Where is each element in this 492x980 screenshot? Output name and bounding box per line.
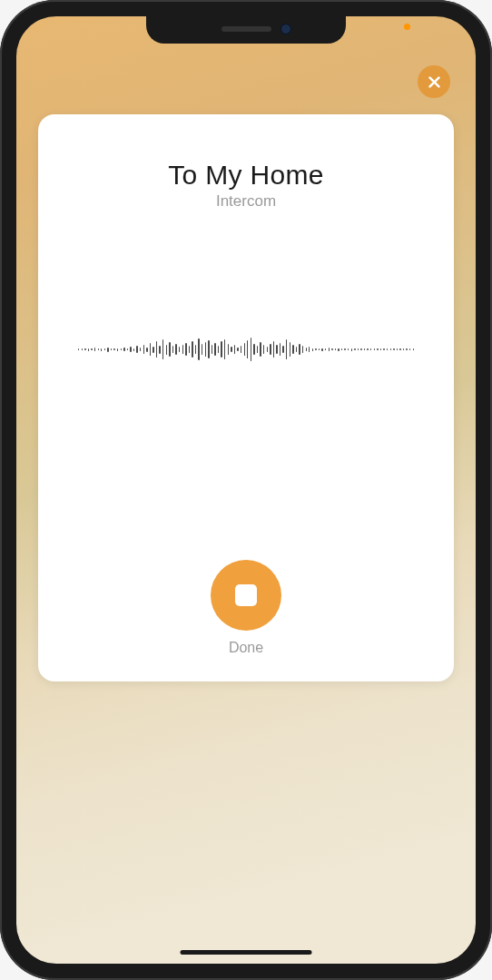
waveform-bar [237, 348, 238, 351]
card-subtitle: Intercom [216, 192, 276, 211]
waveform-bar [82, 348, 83, 350]
waveform-bar [228, 344, 229, 355]
waveform-bar [241, 346, 241, 353]
waveform-bar [88, 348, 89, 351]
waveform-bar [107, 348, 108, 352]
waveform-bar [351, 348, 352, 351]
screen: To My Home Intercom Done [16, 16, 476, 964]
waveform-bar [267, 347, 268, 352]
waveform-bar [127, 348, 128, 350]
waveform-bar [276, 345, 277, 354]
close-button[interactable] [418, 65, 450, 98]
waveform-bar [146, 348, 147, 352]
waveform-bar [251, 338, 251, 361]
waveform-bar [387, 348, 388, 350]
waveform-bar [315, 348, 316, 350]
waveform-bar [280, 343, 280, 356]
waveform-bar [348, 348, 349, 350]
waveform-bar [309, 347, 310, 352]
waveform-bar [179, 347, 180, 352]
waveform-bar [130, 347, 131, 352]
waveform-bar [380, 348, 381, 350]
notch [146, 16, 346, 44]
waveform-bar [111, 348, 112, 350]
waveform-bar [403, 348, 404, 350]
waveform-bar [205, 342, 206, 357]
waveform-bar [182, 345, 183, 354]
waveform-bar [101, 348, 102, 351]
waveform-bar [273, 341, 274, 358]
phone-frame: To My Home Intercom Done [0, 0, 492, 980]
waveform-bar [299, 344, 300, 355]
waveform-bar [270, 344, 271, 355]
waveform-bar [140, 348, 141, 351]
waveform-bar [78, 348, 79, 350]
waveform-bar [123, 348, 124, 351]
waveform-bar [360, 348, 361, 350]
waveform-bar [397, 348, 398, 350]
waveform-bar [212, 345, 212, 354]
waveform-bar [91, 348, 92, 350]
intercom-card: To My Home Intercom Done [38, 114, 454, 681]
waveform-bar [159, 346, 160, 354]
waveform-bar [175, 344, 176, 355]
waveform-bar [393, 348, 394, 350]
waveform-bar [282, 346, 283, 353]
waveform-bar [150, 343, 151, 356]
close-icon [427, 74, 442, 90]
waveform-bar [136, 346, 137, 353]
waveform-bar [290, 342, 290, 357]
waveform-bar [406, 348, 407, 350]
waveform-bar [344, 348, 345, 350]
waveform-bar [172, 346, 173, 353]
home-indicator[interactable] [181, 950, 312, 955]
waveform-bar [113, 348, 114, 350]
waveform-bar [325, 348, 326, 350]
waveform-bar [162, 339, 163, 359]
microphone-indicator-dot [404, 24, 410, 30]
waveform-bar [377, 348, 378, 350]
waveform-bar [189, 346, 190, 353]
waveform-bar [302, 346, 303, 353]
waveform-bar [169, 342, 170, 357]
waveform-bar [133, 348, 134, 351]
waveform-bar [244, 343, 245, 356]
waveform-bar [335, 348, 336, 350]
waveform-bar [374, 348, 375, 350]
waveform-bar [263, 345, 264, 354]
audio-waveform [56, 318, 436, 381]
waveform-bar [338, 348, 339, 351]
waveform-bar [409, 348, 410, 350]
stop-icon [235, 584, 257, 606]
card-title: To My Home [168, 160, 323, 191]
waveform-bar [399, 348, 400, 350]
speaker-grille [221, 26, 271, 32]
waveform-bar [312, 348, 313, 351]
waveform-bar [370, 348, 371, 350]
waveform-bar [185, 343, 186, 356]
waveform-bar [98, 348, 99, 350]
waveform-bar [156, 341, 157, 358]
stop-record-button[interactable] [211, 560, 281, 631]
waveform-bar [231, 347, 231, 352]
done-label: Done [229, 640, 263, 656]
waveform-bar [208, 340, 209, 358]
waveform-bar [166, 345, 167, 355]
waveform-bar [367, 348, 368, 350]
waveform-bar [292, 345, 293, 354]
waveform-bar [390, 348, 391, 350]
waveform-bar [364, 348, 365, 350]
waveform-bar [354, 348, 355, 350]
waveform-bar [286, 339, 287, 359]
waveform-bar [329, 348, 330, 351]
waveform-bar [257, 346, 258, 353]
waveform-bar [117, 348, 118, 351]
waveform-bar [192, 341, 192, 358]
waveform-bar [331, 348, 332, 350]
waveform-bar [224, 339, 225, 359]
waveform-bar [260, 342, 261, 357]
waveform-bar [121, 348, 122, 350]
front-camera [280, 24, 291, 34]
waveform-bar [202, 344, 202, 355]
waveform-bar [94, 348, 95, 351]
